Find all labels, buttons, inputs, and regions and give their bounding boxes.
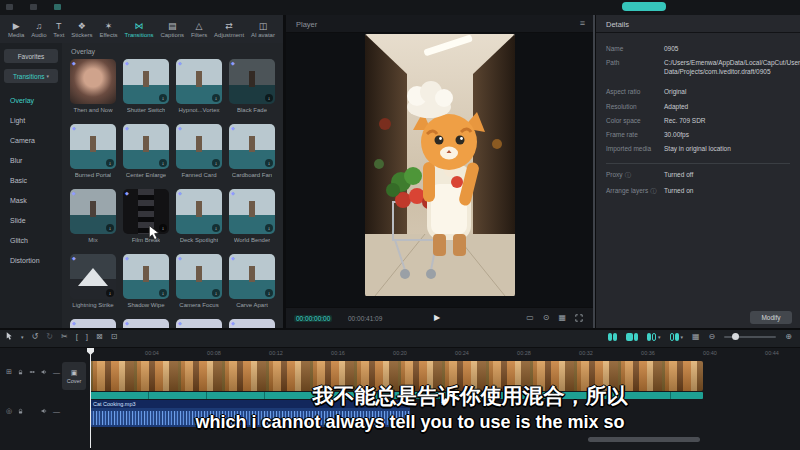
crop-icon[interactable]: ⊡ xyxy=(111,332,118,341)
transition-card[interactable]: ◆↓ Lightning Strike xyxy=(70,254,116,319)
toolbar-item-transitions[interactable]: ⋈ Transitions xyxy=(124,21,153,38)
download-icon[interactable]: ↓ xyxy=(159,159,167,167)
toolbar-item-filters[interactable]: △ Filters xyxy=(191,21,207,38)
toolbar-item-captions[interactable]: ▤ Captions xyxy=(160,21,184,38)
transition-thumbnail[interactable]: ◆↓ xyxy=(229,124,275,169)
info-icon[interactable]: ⓘ xyxy=(650,187,656,196)
transition-card[interactable]: ◆ xyxy=(70,319,116,328)
cloud-icon[interactable] xyxy=(54,4,61,10)
delete-icon[interactable]: ⊠ xyxy=(96,332,103,341)
toolbar-item-audio[interactable]: ♫ Audio xyxy=(31,21,46,38)
download-icon[interactable]: ↓ xyxy=(159,94,167,102)
category-basic[interactable]: Basic xyxy=(0,171,62,191)
transition-thumbnail[interactable]: ◆↓ xyxy=(123,254,169,299)
download-icon[interactable]: ↓ xyxy=(212,289,220,297)
download-icon[interactable]: ↓ xyxy=(212,224,220,232)
timeline-zoom-slider[interactable] xyxy=(724,336,776,338)
transitions-dropdown[interactable]: Transitions ▾ xyxy=(4,69,58,83)
video-clip[interactable] xyxy=(90,361,703,391)
transition-card[interactable]: ◆↓ Camera Focus xyxy=(176,254,222,319)
audio-clip[interactable]: Cat Cooking.mp3 xyxy=(90,400,410,427)
download-icon[interactable]: ↓ xyxy=(212,94,220,102)
fullscreen-icon[interactable] xyxy=(575,314,583,322)
toolbar-item-media[interactable]: ▶ Media xyxy=(8,21,24,38)
transition-card[interactable]: ◆↓ Shutter Switch xyxy=(123,59,169,124)
delete-right-icon[interactable]: ] xyxy=(86,332,88,341)
snapshot-icon[interactable]: ⊙ xyxy=(543,313,550,322)
audio-track-icon[interactable]: ◎ xyxy=(6,407,12,415)
transition-card[interactable]: ◆ xyxy=(123,319,169,328)
play-button[interactable]: ▶ xyxy=(434,313,440,322)
transition-thumbnail[interactable]: ◆ xyxy=(70,319,116,328)
category-blur[interactable]: Blur xyxy=(0,151,62,171)
mute-track-icon[interactable] xyxy=(41,407,47,415)
transition-thumbnail[interactable]: ◆↓ xyxy=(176,254,222,299)
caption-track-clip[interactable] xyxy=(90,392,703,399)
category-slide[interactable]: Slide xyxy=(0,211,62,231)
transition-thumbnail[interactable]: ◆ xyxy=(229,319,275,328)
info-icon[interactable]: ⓘ xyxy=(625,171,631,180)
preview-axis-icon[interactable]: ▾ xyxy=(670,333,684,341)
transition-card[interactable]: ◆↓ Shadow Wipe xyxy=(123,254,169,319)
transition-thumbnail[interactable]: ◆↓ xyxy=(229,189,275,234)
ratio-icon[interactable]: ▭ xyxy=(526,313,534,322)
download-icon[interactable]: ↓ xyxy=(159,289,167,297)
timeline-horizontal-scrollbar[interactable] xyxy=(588,437,700,442)
export-button[interactable] xyxy=(622,2,666,11)
download-icon[interactable]: ↓ xyxy=(106,289,114,297)
transition-thumbnail[interactable]: ◆↓ xyxy=(176,59,222,104)
playhead[interactable] xyxy=(90,348,91,448)
transition-card[interactable]: ◆↓ Film Break xyxy=(123,189,169,254)
transition-card[interactable]: ◆ xyxy=(176,319,222,328)
category-camera[interactable]: Camera xyxy=(0,131,62,151)
transition-thumbnail[interactable]: ◆↓ xyxy=(70,254,116,299)
main-track-magnetic-icon[interactable] xyxy=(608,333,617,341)
toolbar-item-effects[interactable]: ✶ Effects xyxy=(99,21,117,38)
transition-thumbnail[interactable]: ◆↓ xyxy=(123,124,169,169)
zoom-in-icon[interactable]: ⊕ xyxy=(785,332,792,341)
transition-card[interactable]: ◆↓ Fanned Card xyxy=(176,124,222,189)
overlay-track-icon[interactable]: ⊞ xyxy=(6,368,12,376)
player-menu-icon[interactable]: ≡ xyxy=(580,18,585,28)
transition-thumbnail[interactable]: ◆ xyxy=(70,59,116,104)
category-mask[interactable]: Mask xyxy=(0,191,62,211)
download-icon[interactable]: ↓ xyxy=(265,94,273,102)
download-icon[interactable]: ↓ xyxy=(212,159,220,167)
select-tool-caret-icon[interactable]: ▾ xyxy=(21,334,24,340)
transition-thumbnail[interactable]: ◆ xyxy=(176,319,222,328)
panel-divider[interactable] xyxy=(593,15,595,328)
download-icon[interactable]: ↓ xyxy=(265,159,273,167)
transition-thumbnail[interactable]: ◆ xyxy=(123,319,169,328)
transition-thumbnail[interactable]: ◆↓ xyxy=(70,124,116,169)
category-overlay[interactable]: Overlay xyxy=(0,91,62,111)
undo-icon[interactable]: ↺ xyxy=(32,332,39,341)
category-distortion[interactable]: Distortion xyxy=(0,251,62,271)
transition-card[interactable]: ◆↓ Hypnot...Vortex xyxy=(176,59,222,124)
transition-thumbnail[interactable]: ◆↓ xyxy=(229,59,275,104)
transition-card[interactable]: ◆↓ Center Enlarge xyxy=(123,124,169,189)
toolbar-item-adjustment[interactable]: ⇄ Adjustment xyxy=(214,21,244,38)
collapse-track-icon[interactable]: — xyxy=(53,369,60,376)
auto-ripple-icon[interactable] xyxy=(626,333,638,341)
zoom-slider-knob[interactable] xyxy=(732,333,739,340)
transition-thumbnail[interactable]: ◆↓ xyxy=(176,189,222,234)
download-icon[interactable]: ↓ xyxy=(106,159,114,167)
grid-overlay-icon[interactable]: ▦ xyxy=(558,313,566,322)
toolbar-item-stickers[interactable]: ❖ Stickers xyxy=(71,21,92,38)
transition-thumbnail[interactable]: ◆↓ xyxy=(176,124,222,169)
transition-card[interactable]: ◆↓ Cardboard Fan xyxy=(229,124,275,189)
toolbar-item-ai-avatar[interactable]: ◫ AI avatar xyxy=(251,21,275,38)
lock-icon[interactable] xyxy=(18,369,23,376)
transition-card[interactable]: ◆ Then and Now xyxy=(70,59,116,124)
menu-icon[interactable] xyxy=(30,4,37,10)
cover-button[interactable]: ▣ Cover xyxy=(62,362,86,390)
transition-card[interactable]: ◆↓ Burned Portal xyxy=(70,124,116,189)
redo-icon[interactable]: ↻ xyxy=(46,332,53,341)
modify-button[interactable]: Modify xyxy=(750,311,792,324)
download-icon[interactable]: ↓ xyxy=(106,224,114,232)
toolbar-item-text[interactable]: T Text xyxy=(53,21,64,38)
hide-track-icon[interactable] xyxy=(29,369,35,375)
transition-card[interactable]: ◆↓ Black Fade xyxy=(229,59,275,124)
favorites-button[interactable]: Favorites xyxy=(4,49,58,63)
render-preview-icon[interactable]: ▦ xyxy=(692,332,700,341)
